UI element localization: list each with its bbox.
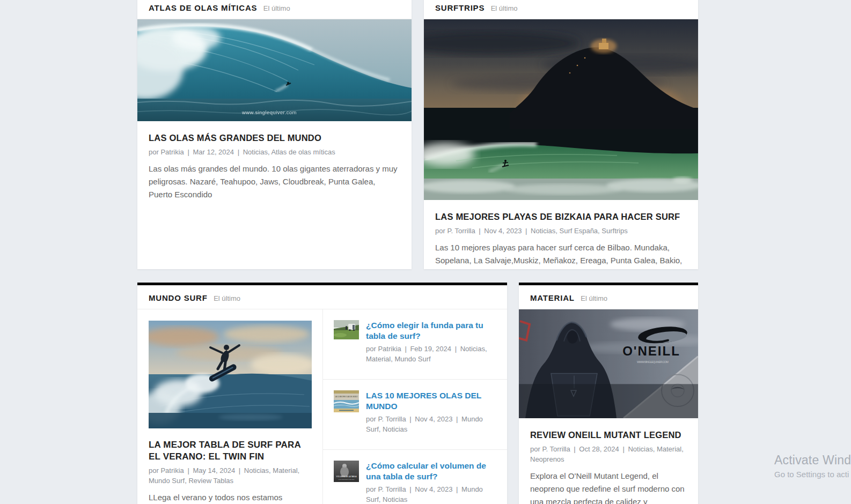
article-body: LAS MEJORES PLAYAS DE BIZKAIA PARA HACER… [424, 200, 698, 269]
author-link[interactable]: P. Torrilla [447, 227, 475, 235]
watermark-line1: Activate Windows [774, 453, 851, 468]
meta-separator: | [405, 345, 406, 353]
category-links[interactable]: Noticias, Surf España, Surftrips [531, 227, 628, 235]
lighthouse-island-illustration [424, 19, 698, 200]
list-item-content: ¿Cómo elegir la funda para tu tabla de s… [366, 320, 496, 364]
list-item-content: LAS 10 MEJORES OLAS DEL MUNDO por P. Tor… [366, 390, 496, 434]
section-header-mundo-surf: MUNDO SURF El último [137, 285, 507, 309]
poster-title-text: VOLUMEN DE LA TABLA [336, 476, 357, 478]
byline-label: por [530, 445, 540, 453]
latest-label: El último [491, 4, 518, 12]
article-date: Nov 4, 2023 [415, 415, 452, 423]
byline-label: por [366, 345, 376, 353]
latest-label: El último [581, 294, 607, 302]
section-title: SURFTRIPS [435, 3, 485, 12]
thumbnail-camper-van[interactable] [334, 320, 359, 339]
article-excerpt: LLega el verano y todos nos estamos [149, 491, 312, 504]
article-image-oneill-wetsuit[interactable]: O'NEILL WWW.SINGLEQUIVER.COM [519, 309, 698, 418]
thumbnail-waves-poster[interactable]: LAS 10 MEJORES OLAS DEL MUNDO [334, 390, 359, 412]
author-link[interactable]: P. Torrilla [542, 445, 570, 453]
article-title[interactable]: LAS MEJORES PLAYAS DE BIZKAIA PARA HACER… [435, 211, 687, 223]
meta-separator: | [239, 466, 240, 475]
section-title: MATERIAL [530, 293, 575, 302]
section-header-material: MATERIAL El último [519, 285, 698, 309]
surfer-air-illustration [149, 321, 312, 428]
article-title[interactable]: REVIEW ONEILL MUTANT LEGEND [530, 429, 687, 441]
meta-separator: | [479, 227, 480, 235]
meta-separator: | [456, 415, 458, 423]
list-item[interactable]: VOLUMEN DE LA TABLA WWW.SINGLEQUIVER.COM… [323, 449, 507, 504]
meta-separator: | [622, 445, 624, 453]
category-links[interactable]: Noticias, Atlas de olas míticas [243, 148, 335, 156]
list-item-title[interactable]: ¿Cómo calcular el volumen de una tabla d… [366, 461, 496, 482]
meta-separator: | [574, 445, 575, 453]
section-title: ATLAS DE OLAS MÍTICAS [149, 3, 257, 12]
volume-poster-thumb-illustration: VOLUMEN DE LA TABLA WWW.SINGLEQUIVER.COM [334, 461, 359, 482]
meta-separator: | [409, 415, 411, 423]
section-card-surftrips: SURFTRIPS El último [424, 0, 698, 269]
article-meta: por Patrikia | May 14, 2024 | Noticias, … [149, 465, 312, 486]
article-body: LAS OLAS MÁS GRANDES DEL MUNDO por Patri… [137, 121, 412, 212]
section-header-atlas: ATLAS DE OLAS MÍTICAS El último [137, 0, 412, 19]
featured-article: LA MEJOR TABLA DE SURF PARA EL VERANO: E… [137, 309, 322, 504]
image-watermark-text: www.singlequiver.com [241, 109, 297, 115]
meta-separator: | [187, 466, 189, 475]
article-excerpt: Las 10 mejores playas para hacer surf ce… [435, 241, 687, 269]
list-item-title[interactable]: LAS 10 MEJORES OLAS DEL MUNDO [366, 390, 496, 412]
article-date: Nov 4, 2023 [415, 485, 452, 493]
section-card-mundo-surf: MUNDO SURF El último [137, 283, 507, 504]
meta-separator: | [187, 148, 189, 156]
windows-activation-watermark: Activate Windows Go to Settings to acti [774, 453, 851, 479]
list-item[interactable]: ¿Cómo elegir la funda para tu tabla de s… [323, 309, 507, 379]
article-image-big-wave[interactable]: www.singlequiver.com [137, 19, 412, 121]
article-image-twin-fin[interactable] [149, 321, 312, 428]
oneill-wetsuit-illustration: O'NEILL WWW.SINGLEQUIVER.COM [519, 309, 698, 418]
section-header-surftrips: SURFTRIPS El último [424, 0, 698, 19]
article-image-gaztelugatxe[interactable] [424, 19, 698, 200]
section-card-material: MATERIAL El último [519, 283, 698, 504]
thumbnail-volume-poster[interactable]: VOLUMEN DE LA TABLA WWW.SINGLEQUIVER.COM [334, 461, 359, 482]
article-title[interactable]: LAS OLAS MÁS GRANDES DEL MUNDO [149, 132, 400, 144]
author-link[interactable]: Patrikia [378, 345, 401, 353]
byline-label: por [149, 148, 159, 156]
waves-poster-thumb-illustration: LAS 10 MEJORES OLAS DEL MUNDO [334, 390, 359, 412]
meta-separator: | [456, 485, 458, 493]
blog-overview-page: ATLAS DE OLAS MÍTICAS El último [0, 0, 851, 504]
meta-separator: | [525, 227, 527, 235]
article-title[interactable]: LA MEJOR TABLA DE SURF PARA EL VERANO: E… [149, 439, 312, 462]
meta-separator: | [238, 148, 239, 156]
article-meta: por Patrikia | Mar 12, 2024 | Noticias, … [149, 147, 400, 157]
article-date: Oct 28, 2024 [579, 445, 619, 453]
article-date: Mar 12, 2024 [193, 148, 234, 156]
big-wave-illustration: www.singlequiver.com [137, 19, 412, 121]
byline-label: por [435, 227, 445, 235]
watermark-line2: Go to Settings to acti [774, 470, 851, 479]
article-date: May 14, 2024 [193, 466, 235, 475]
author-link[interactable]: P. Torrilla [378, 415, 406, 423]
latest-label: El último [214, 294, 240, 302]
article-date: Feb 19, 2024 [410, 345, 451, 353]
author-link[interactable]: Patrikia [160, 148, 184, 156]
camper-van-thumb-illustration [334, 320, 359, 339]
author-link[interactable]: Patrikia [160, 466, 184, 475]
list-item-meta: por Patrikia | Feb 19, 2024 | Noticias, … [366, 344, 496, 364]
article-date: Nov 4, 2023 [484, 227, 522, 235]
list-item-content: ¿Cómo calcular el volumen de una tabla d… [366, 461, 496, 504]
article-meta: por P. Torrilla | Nov 4, 2023 | Noticias… [435, 226, 687, 236]
section-card-atlas: ATLAS DE OLAS MÍTICAS El último [137, 0, 412, 269]
meta-separator: | [455, 345, 457, 353]
article-body: REVIEW ONEILL MUTANT LEGEND por P. Torri… [519, 418, 698, 504]
meta-separator: | [409, 485, 411, 493]
list-item[interactable]: LAS 10 MEJORES OLAS DEL MUNDO LAS 10 MEJ… [323, 379, 507, 449]
mundo-surf-columns: LA MEJOR TABLA DE SURF PARA EL VERANO: E… [137, 309, 507, 504]
list-item-meta: por P. Torrilla | Nov 4, 2023 | Mundo Su… [366, 484, 496, 504]
list-item-title[interactable]: ¿Cómo elegir la funda para tu tabla de s… [366, 320, 496, 342]
section-title: MUNDO SURF [149, 293, 208, 302]
article-meta: por P. Torrilla | Oct 28, 2024 | Noticia… [530, 444, 687, 464]
article-excerpt: Las olas más grandes del mundo. 10 olas … [149, 162, 400, 201]
byline-label: por [149, 466, 159, 475]
poster-title-text: LAS 10 MEJORES OLAS DEL MUNDO [335, 396, 358, 398]
recent-posts-list: ¿Cómo elegir la funda para tu tabla de s… [322, 309, 507, 504]
author-link[interactable]: P. Torrilla [378, 485, 406, 493]
article-excerpt: Explora el O'Neill Mutant Legend, el neo… [530, 470, 687, 504]
